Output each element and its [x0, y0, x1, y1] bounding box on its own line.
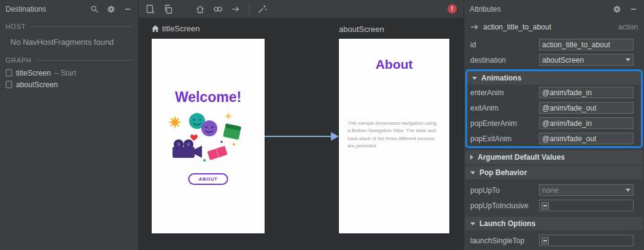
enter-anim-field[interactable]: @anim/fade_in	[539, 87, 634, 98]
pop-up-to-dropdown[interactable]: none	[539, 184, 634, 196]
expand-triangle-icon	[470, 155, 473, 160]
theater-illustration	[165, 110, 251, 166]
graph-label: GRAPH	[6, 57, 31, 64]
about-body-text: This sample showcases navigation using a…	[347, 120, 440, 150]
graph-item-label: aboutScreen	[16, 80, 58, 89]
id-row: id action_title_to_about	[464, 37, 644, 52]
pop-up-to-inclusive-label: popUpToInclusive	[470, 201, 539, 210]
attributes-panel-header: Attributes	[464, 0, 644, 18]
duplicate-icon[interactable]	[163, 4, 173, 14]
host-message: No NavHostFragments found	[0, 33, 138, 52]
launch-options-header[interactable]: Launch Options	[465, 217, 643, 230]
graph-section-header: GRAPH	[0, 53, 138, 67]
launch-single-top-label: launchSingleTop	[470, 236, 539, 245]
toolbar-separator	[249, 4, 249, 14]
screen-label-text: aboutScreen	[339, 25, 384, 34]
launch-options-header-text: Launch Options	[479, 219, 535, 228]
animations-selection-highlight: Animations enterAnim @anim/fade_in exitA…	[465, 69, 643, 148]
id-value: action_title_to_about	[542, 41, 610, 49]
dropdown-arrow-icon	[623, 185, 633, 195]
pop-up-to-value: none	[542, 186, 559, 195]
auto-arrange-icon[interactable]	[257, 4, 267, 14]
nav-graph-canvas[interactable]: titleScreen Welcome!	[139, 18, 464, 250]
gear-icon[interactable]	[612, 4, 622, 14]
welcome-heading: Welcome!	[152, 89, 265, 106]
sidebar-item-aboutscreen[interactable]: aboutScreen	[0, 79, 138, 90]
destination-value: aboutScreen	[542, 56, 584, 64]
exit-anim-field[interactable]: @anim/fade_out	[539, 102, 634, 114]
action-arrow[interactable]	[265, 130, 339, 143]
nav-editor-toolbar: !	[139, 0, 464, 18]
launch-single-top-row: launchSingleTop	[464, 233, 644, 248]
enter-anim-row: enterAnim @anim/fade_in	[467, 85, 641, 100]
aboutscreen-canvas-label[interactable]: aboutScreen	[339, 25, 384, 34]
destination-icon	[6, 80, 12, 88]
new-destination-icon[interactable]	[145, 4, 155, 14]
gear-icon[interactable]	[106, 4, 116, 14]
titlescreen-preview[interactable]: Welcome! ABOUT	[152, 39, 265, 233]
pop-exit-anim-field[interactable]: @anim/fade_out	[539, 133, 634, 144]
exit-anim-label: exitAnim	[470, 104, 539, 112]
action-icon[interactable]	[231, 4, 241, 14]
animations-section-header[interactable]: Animations	[467, 71, 641, 85]
attributes-panel-title: Attributes	[470, 5, 501, 14]
attributes-header-icons	[612, 4, 638, 14]
pop-enter-anim-value: @anim/fade_in	[542, 119, 592, 128]
selected-action-type: action	[618, 23, 638, 31]
action-icon	[470, 24, 479, 30]
destinations-panel-header: Destinations	[0, 0, 138, 18]
titlescreen-canvas-label[interactable]: titleScreen	[152, 24, 200, 33]
pop-up-to-inclusive-checkbox[interactable]	[539, 200, 634, 211]
pop-exit-anim-label: popExitAnim	[470, 135, 539, 143]
launch-single-top-checkbox[interactable]	[539, 235, 634, 246]
animations-header-text: Animations	[481, 74, 521, 82]
host-section-header: HOST	[0, 20, 138, 33]
destination-label: destination	[470, 56, 539, 64]
start-destination-home-icon	[152, 25, 159, 32]
aboutscreen-preview[interactable]: About This sample showcases navigation u…	[339, 39, 449, 233]
about-heading: About	[339, 57, 449, 72]
enter-anim-value: @anim/fade_in	[542, 88, 592, 97]
selected-action-name: action_title_to_about	[483, 23, 551, 31]
search-icon[interactable]	[90, 4, 99, 14]
minimize-icon[interactable]	[629, 4, 638, 14]
destinations-panel: Destinations HOST No NavHostFragments fo…	[0, 0, 139, 250]
exit-anim-value: @anim/fade_out	[542, 104, 596, 112]
enter-anim-label: enterAnim	[470, 88, 539, 97]
pop-enter-anim-field[interactable]: @anim/fade_in	[539, 117, 634, 129]
destination-dropdown[interactable]: aboutScreen	[539, 54, 634, 66]
deeplink-icon[interactable]	[213, 4, 223, 14]
graph-item-label: titleScreen	[16, 69, 51, 77]
collapse-triangle-icon	[472, 77, 477, 80]
indeterminate-checkbox-icon	[541, 202, 549, 209]
host-label: HOST	[6, 23, 26, 30]
pop-up-to-label: popUpTo	[470, 186, 539, 195]
id-field[interactable]: action_title_to_about	[539, 39, 634, 50]
minimize-icon[interactable]	[123, 4, 133, 14]
destinations-panel-title: Destinations	[6, 5, 46, 14]
destination-icon	[6, 69, 12, 77]
collapse-triangle-icon	[470, 171, 475, 174]
pop-up-to-inclusive-row: popUpToInclusive	[464, 198, 644, 213]
destination-row: destination aboutScreen	[464, 52, 644, 68]
error-icon[interactable]: !	[448, 4, 457, 14]
selected-action-row: action_title_to_about action	[464, 20, 644, 34]
pop-behavior-header[interactable]: Pop Behavior	[465, 166, 643, 179]
argument-defaults-header[interactable]: Argument Default Values	[465, 150, 643, 164]
argument-defaults-header-text: Argument Default Values	[478, 153, 565, 162]
screen-label-text: titleScreen	[162, 24, 200, 33]
pop-up-to-row: popUpTo none	[464, 182, 644, 198]
collapse-triangle-icon	[470, 222, 475, 225]
pop-enter-anim-row: popEnterAnim @anim/fade_in	[467, 115, 641, 131]
attributes-panel: Attributes action_title_to_about action …	[464, 0, 644, 250]
destinations-header-icons	[90, 4, 133, 14]
pop-exit-anim-row: popExitAnim @anim/fade_out	[467, 131, 641, 146]
id-label: id	[470, 41, 539, 49]
pop-behavior-header-text: Pop Behavior	[479, 168, 527, 177]
about-button[interactable]: ABOUT	[188, 173, 228, 185]
home-icon[interactable]	[195, 4, 205, 14]
indeterminate-checkbox-icon	[541, 237, 549, 244]
pop-exit-anim-value: @anim/fade_out	[542, 135, 596, 143]
graph-rule	[36, 60, 133, 61]
sidebar-item-titlescreen[interactable]: titleScreen – Start	[0, 67, 138, 79]
